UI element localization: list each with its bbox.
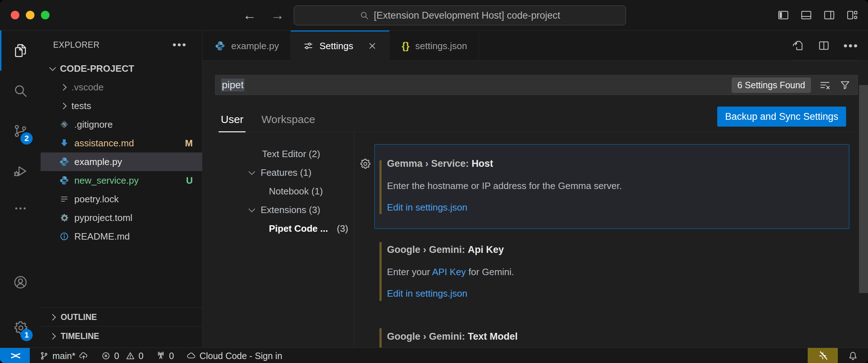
tree-item-vscode[interactable]: .vscode [41,78,202,96]
navigate-forward-icon[interactable]: → [271,8,284,23]
git-status-badge: M [185,138,193,149]
edit-in-settings-json-link[interactable]: Edit in settings.json [387,201,467,213]
tree-item-gitignore[interactable]: .gitignore [41,115,202,134]
branch-status-item[interactable]: main* [39,351,89,361]
filter-icon[interactable] [839,79,851,91]
setting-gemma-service-host[interactable]: Gemma › Service: Host Enter the hostname… [374,144,849,229]
command-center-search[interactable]: [Extension Development Host] code-projec… [294,5,626,25]
tree-root-label: CODE-PROJECT [60,63,134,74]
close-window-button[interactable] [11,11,19,19]
outline-section-header[interactable]: OUTLINE [41,307,202,326]
split-editor-icon[interactable] [817,39,830,52]
setting-title-prefix: Gemma › Service: [387,158,472,169]
explorer-more-actions-icon[interactable]: ••• [172,39,187,51]
cloud-code-label: Cloud Code - Sign in [200,351,283,361]
tree-item-label: .gitignore [74,119,113,130]
scm-badge: 2 [20,132,33,145]
backup-sync-settings-button[interactable]: Backup and Sync Settings [717,107,846,127]
zoom-window-button[interactable] [41,11,50,19]
git-status-badge: U [186,175,193,186]
setting-title: Gemma › Service: Host [387,157,838,170]
tab-settings-json[interactable]: {} settings.json [389,30,479,61]
title-bar: ← → [Extension Development Host] code-pr… [0,0,868,30]
activity-search[interactable] [0,71,41,111]
setting-description: Enter the hostname or IP address for the… [387,180,838,192]
open-settings-json-icon[interactable] [792,39,804,52]
setting-google-gemini-api-key[interactable]: Google › Gemini: Api Key Enter your API … [374,238,849,314]
editor-group: example.py Settings {} settings.json [202,30,868,348]
tab-settings[interactable]: Settings [291,30,389,61]
toc-label: Features (1) [261,167,312,178]
remote-indicator[interactable]: >< [0,348,30,363]
ports-status-item[interactable]: 0 [156,351,174,361]
chevron-down-icon [49,64,56,71]
clear-search-icon[interactable] [819,79,831,91]
outline-label: OUTLINE [61,312,97,322]
cloud-code-status-item[interactable]: Cloud Code - Sign in [186,351,283,361]
editor-scrollbar[interactable] [859,85,868,293]
tree-item-tests[interactable]: tests [41,96,202,115]
toc-label: Extensions (3) [261,204,320,216]
toggle-primary-sidebar-icon[interactable] [777,9,790,22]
setting-title-key: Text Model [468,331,518,342]
toc-text-editor[interactable]: Text Editor (2) [215,145,354,163]
run-debug-icon [13,163,28,179]
tab-example-py[interactable]: example.py [202,30,291,61]
toc-extensions[interactable]: Extensions (3) [215,201,354,219]
tree-item-example-py[interactable]: example.py [41,152,202,171]
traffic-lights [11,11,50,19]
setting-gear-icon[interactable] [359,157,371,170]
scope-tab-workspace[interactable]: Workspace [259,113,317,132]
activity-settings[interactable]: 1 [0,307,41,348]
navigate-back-icon[interactable]: ← [243,8,256,23]
tab-label: example.py [231,41,279,52]
chevron-down-icon [248,206,255,212]
python-file-icon [215,41,225,51]
errors-icon [101,351,111,361]
toc-features[interactable]: Features (1) [215,163,354,182]
markdown-down-arrow-icon [59,138,69,148]
setting-title-prefix: Google › Gemini: [387,331,468,342]
setting-google-gemini-text-model[interactable]: Google › Gemini: Text Model [374,325,849,348]
setting-description: Enter your API Key for Gemini. [387,266,838,278]
minimize-window-button[interactable] [26,11,34,19]
toml-gear-icon [59,213,69,223]
toc-pipet-code[interactable]: Pipet Code ... (3) [215,219,354,238]
tree-item-new-service-py[interactable]: new_service.py U [41,171,202,190]
activity-source-control[interactable]: 2 [0,111,41,151]
settings-search-value: pipet [221,79,244,91]
api-key-link[interactable]: API Key [432,267,466,277]
explorer-title: EXPLORER [53,40,99,50]
tree-item-poetry-lock[interactable]: poetry.lock [41,190,202,208]
tree-item-readme-md[interactable]: README.md [41,227,202,246]
edit-in-settings-json-link[interactable]: Edit in settings.json [387,287,467,300]
tree-item-label: README.md [74,231,130,242]
inline-suggestions-status-item[interactable] [808,348,838,363]
close-tab-icon[interactable] [367,41,378,51]
timeline-section-header[interactable]: TIMELINE [41,326,202,345]
activity-explorer[interactable] [0,30,41,71]
tree-item-pyproject-toml[interactable]: pyproject.toml [41,208,202,227]
tree-root-code-project[interactable]: CODE-PROJECT [41,59,202,78]
git-branch-icon [39,351,49,361]
activity-accounts[interactable] [0,262,41,307]
activity-run-debug[interactable] [0,151,41,191]
toc-notebook[interactable]: Notebook (1) [215,182,354,201]
branch-name: main* [52,351,75,361]
setting-title-prefix: Google › Gemini: [387,244,468,255]
toggle-secondary-sidebar-icon[interactable] [823,9,836,22]
toggle-panel-icon[interactable] [800,9,813,22]
scope-tab-user[interactable]: User [219,113,246,132]
git-file-icon [59,119,69,129]
problems-status-item[interactable]: 0 0 [101,351,144,361]
editor-more-actions-icon[interactable]: ••• [843,39,859,52]
settings-search-input[interactable]: pipet 6 Settings Found [215,75,858,95]
tab-label: Settings [319,41,353,52]
settings-scope-tabs: User Workspace Backup and Sync Settings [215,105,858,132]
activity-bar: 2 1 [0,30,41,348]
tree-item-assistance-md[interactable]: assistance.md M [41,134,202,152]
customize-layout-icon[interactable] [846,9,859,22]
activity-more[interactable] [0,191,41,226]
notifications-status-item[interactable] [838,348,868,363]
settings-toc: Text Editor (2) Features (1) Notebook (1… [215,132,354,348]
